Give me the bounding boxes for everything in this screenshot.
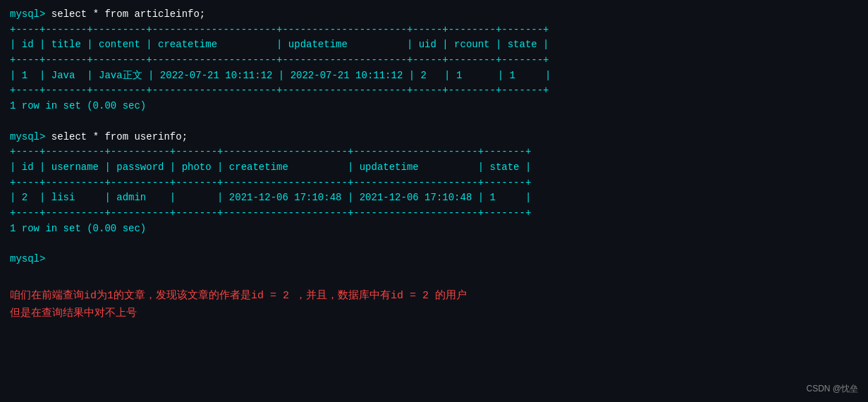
table1-header: | id | title | content | createtime | up… <box>10 37 858 53</box>
prompt-end: mysql> <box>10 252 858 267</box>
blank1 <box>10 114 858 130</box>
annotation-line2: 但是在查询结果中对不上号 <box>10 305 858 323</box>
table2-sep1: +----+----------+----------+-------+----… <box>10 145 858 160</box>
prompt2: mysql> <box>10 131 45 142</box>
query2-text: select * from userinfo; <box>45 131 188 142</box>
table1-row1: | 1 | Java | Java正文 | 2022-07-21 10:11:1… <box>10 68 858 84</box>
prompt1: mysql> <box>10 8 45 20</box>
table1-sep2: +----+-------+---------+----------------… <box>10 53 858 68</box>
watermark: CSDN @忱垒 <box>806 383 858 395</box>
table2-header: | id | username | password | photo | cre… <box>10 160 858 176</box>
query1-prompt: mysql> select * from articleinfo; <box>10 7 858 23</box>
annotation-block: 咱们在前端查询id为1的文章，发现该文章的作者是id = 2 ，并且，数据库中有… <box>10 287 858 323</box>
table2-sep3: +----+----------+----------+-------+----… <box>10 206 858 221</box>
annotation-line1: 咱们在前端查询id为1的文章，发现该文章的作者是id = 2 ，并且，数据库中有… <box>10 287 858 305</box>
result2: 1 row in set (0.00 sec) <box>10 221 858 237</box>
table1-sep1: +----+-------+---------+----------------… <box>10 23 858 38</box>
result1: 1 row in set (0.00 sec) <box>10 99 858 114</box>
prompt3: mysql> <box>10 253 45 264</box>
table2-row1: | 2 | lisi | admin | | 2021-12-06 17:10:… <box>10 190 858 206</box>
query1-text: select * from articleinfo; <box>45 8 205 20</box>
terminal-window: mysql> select * from articleinfo; +----+… <box>0 0 868 402</box>
blank2 <box>10 236 858 252</box>
table2-sep2: +----+----------+----------+-------+----… <box>10 176 858 191</box>
table1-sep3: +----+-------+---------+----------------… <box>10 83 858 99</box>
query2-prompt: mysql> select * from userinfo; <box>10 130 858 145</box>
